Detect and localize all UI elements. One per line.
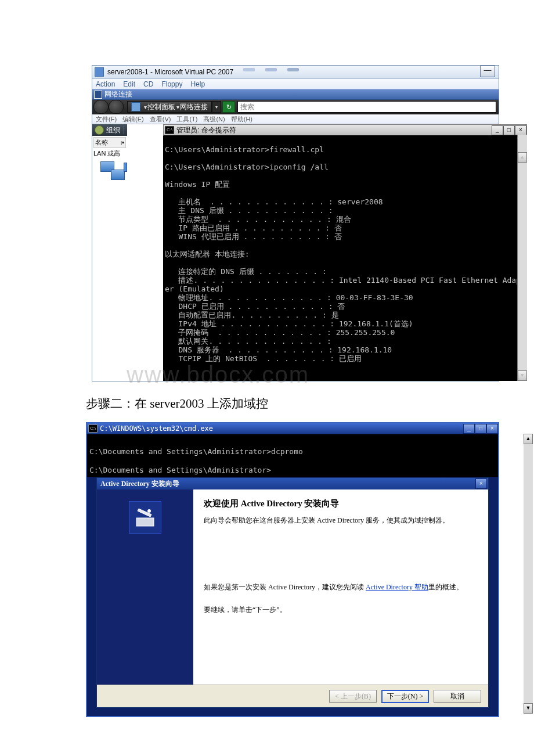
cmd2-scrollbar[interactable]: ▲ ▼	[524, 434, 533, 714]
cmd-scrollbar[interactable]: ▲ ▼	[517, 135, 527, 381]
scroll-up-button[interactable]: ▲	[524, 434, 533, 444]
ad-help-link[interactable]: Active Directory 帮助	[366, 583, 428, 591]
tools-menu[interactable]: 工具(T)	[176, 115, 197, 124]
svg-rect-0	[136, 518, 154, 526]
network-icon	[94, 91, 102, 99]
cmd-window: C:\ 管理员: 命令提示符 _ □ × C:\Users\Administra…	[163, 124, 527, 381]
adv-menu[interactable]: 高级(N)	[203, 115, 225, 124]
cmd-output[interactable]: C:\Users\Administrator>firewall.cpl C:\U…	[163, 136, 527, 381]
connection-icon[interactable]	[100, 161, 126, 183]
vpc-minimize-button[interactable]: —	[480, 66, 495, 77]
cmd2-title: C:\WINDOWS\system32\cmd.exe	[100, 424, 213, 433]
menu-edit[interactable]: Edit	[123, 80, 135, 88]
cmd2-output[interactable]: C:\Documents and Settings\Administrator>…	[87, 434, 498, 477]
menu-floppy[interactable]: Floppy	[161, 80, 182, 88]
menu-cd[interactable]: CD	[143, 80, 153, 88]
menu-help[interactable]: Help	[190, 80, 205, 88]
wizard-titlebar[interactable]: Active Directory 安装向导 ×	[97, 478, 488, 489]
cmd-title: 管理员: 命令提示符	[176, 125, 236, 135]
cmd-titlebar[interactable]: C:\ 管理员: 命令提示符 _ □ ×	[163, 124, 527, 136]
scroll-up-button[interactable]: ▲	[518, 152, 527, 163]
vpc-icon	[95, 67, 104, 77]
cmd-icon: C:\	[165, 126, 174, 134]
scroll-down-button[interactable]: ▼	[524, 703, 533, 714]
wizard-next-button[interactable]: 下一步(N) >	[381, 690, 429, 703]
cmd2-titlebar[interactable]: C:\ C:\WINDOWS\system32\cmd.exe _ □ ×	[87, 423, 498, 434]
vpc-titlebar[interactable]: server2008-1 - Microsoft Virtual PC 2007…	[92, 66, 499, 79]
explorer-left-pane: 组织 名称|▾ LAN 或高	[92, 124, 127, 381]
control-panel-icon	[131, 102, 140, 111]
wizard-footer: < 上一步(B) 下一步(N) > 取消	[97, 685, 488, 707]
wizard-title: Active Directory 安装向导	[100, 479, 179, 489]
menu-action[interactable]: Action	[96, 80, 115, 88]
scroll-down-button[interactable]: ▼	[518, 370, 527, 381]
wizard-heading: 欢迎使用 Active Directory 安装向导	[204, 498, 478, 509]
ad-install-icon	[129, 501, 161, 534]
wizard-intro: 此向导会帮助您在这台服务器上安装 Active Directory 服务，使其成…	[204, 516, 478, 525]
nav-forward-button[interactable]	[109, 100, 124, 114]
crumb-dropdown[interactable]: ▾	[212, 101, 221, 113]
crumb-network[interactable]: 网络连接	[180, 102, 208, 112]
svg-point-1	[147, 509, 151, 513]
cmd2-minimize-button[interactable]: _	[463, 424, 475, 434]
breadcrumb[interactable]: ▾ 控制面板 ▾ 网络连接	[127, 101, 212, 113]
name-column-header[interactable]: 名称|▾	[93, 137, 126, 148]
view-menu[interactable]: 查看(V)	[150, 115, 171, 124]
cmd2-close-button[interactable]: ×	[486, 424, 498, 434]
vpc-title: server2008-1 - Microsoft Virtual PC 2007	[107, 68, 233, 76]
wizard-first-time: 如果您是第一次安装 Active Directory，建议您先阅读 Active…	[204, 583, 478, 592]
organize-label[interactable]: 组织	[106, 125, 120, 135]
organize-icon	[95, 125, 104, 135]
explorer-menu: 文件(F) 编辑(E) 查看(V) 工具(T) 高级(N) 帮助(H)	[92, 114, 499, 124]
wizard-close-button[interactable]: ×	[475, 478, 487, 489]
wizard-back-button: < 上一步(B)	[329, 690, 377, 703]
ad-wizard-dialog: Active Directory 安装向导 × 欢迎使用 Active Dire…	[96, 477, 489, 708]
wizard-banner	[97, 489, 193, 685]
step-caption: 步骤二：在 server2003 上添加域控	[86, 395, 534, 412]
cmd-close-button[interactable]: ×	[515, 125, 526, 135]
crumb-control-panel[interactable]: 控制面板	[147, 102, 175, 112]
wizard-continue: 要继续，请单击“下一步”。	[204, 606, 478, 614]
edit-menu[interactable]: 编辑(E)	[122, 115, 144, 124]
wizard-content: 欢迎使用 Active Directory 安装向导 此向导会帮助您在这台服务器…	[193, 489, 488, 685]
help-menu[interactable]: 帮助(H)	[231, 115, 252, 124]
cmd2-icon: C:\	[88, 424, 98, 433]
explorer-caption: 网络连接	[92, 89, 499, 100]
refresh-button[interactable]: ↻	[222, 101, 235, 113]
lan-category: LAN 或高	[93, 148, 126, 159]
nav-back-button[interactable]	[93, 100, 109, 114]
search-input[interactable]: 搜索	[237, 101, 496, 113]
cmd2-maximize-button[interactable]: □	[475, 424, 486, 434]
explorer-navbar: ▾ 控制面板 ▾ 网络连接 ▾ ↻ 搜索	[92, 100, 499, 114]
cmd-minimize-button[interactable]: _	[492, 125, 503, 135]
cmd2003-window: C:\ C:\WINDOWS\system32\cmd.exe _ □ × C:…	[86, 422, 499, 717]
virtualpc-window: server2008-1 - Microsoft Virtual PC 2007…	[92, 65, 499, 381]
file-menu[interactable]: 文件(F)	[96, 115, 117, 124]
explorer-title-text: 网络连接	[104, 89, 132, 99]
cmd-maximize-button[interactable]: □	[503, 125, 515, 135]
wizard-cancel-button[interactable]: 取消	[434, 690, 481, 703]
vpc-menubar: Action Edit CD Floppy Help	[92, 79, 499, 89]
